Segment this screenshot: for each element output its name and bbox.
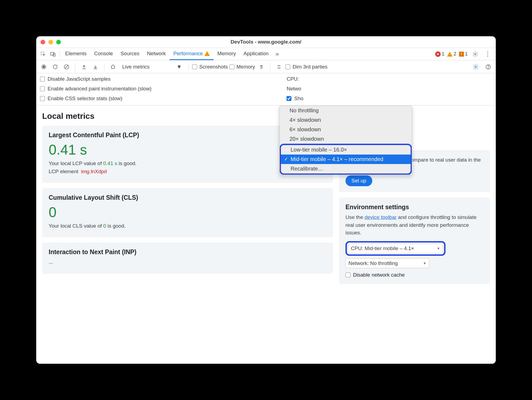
env-text-pre: Use the — [345, 214, 365, 220]
kebab-menu-icon[interactable]: ⋮ — [483, 48, 493, 60]
warning-count-value: 2 — [454, 51, 456, 57]
css-stats-label: Enable CSS selector stats (slow) — [48, 96, 122, 101]
cpu-select-highlight: CPU: Mid-tier mobile – 4.1× ▼ — [345, 241, 445, 256]
dd-20x-slowdown[interactable]: 20× slowdown — [280, 134, 412, 144]
network-select-wrap: Network: No throttling ▼ — [345, 258, 429, 268]
network-select-value: Network: No throttling — [348, 260, 398, 266]
memory-input[interactable] — [230, 64, 234, 69]
close-window-button[interactable] — [41, 40, 45, 44]
lcp-desc-value: 0.41 s — [103, 160, 117, 166]
show-option-checkbox[interactable]: Sho — [287, 96, 303, 101]
svg-point-5 — [43, 66, 45, 68]
svg-point-3 — [474, 53, 476, 55]
cls-card: Cumulative Layout Shift (CLS) 0 Your loc… — [42, 188, 333, 237]
tab-label: Console — [94, 51, 113, 57]
show-input[interactable] — [287, 96, 291, 101]
cls-desc-pre: Your local CLS value of — [49, 223, 103, 229]
traffic-lights — [41, 40, 61, 44]
dd-low-tier-mobile[interactable]: Low-tier mobile – 16.0× — [281, 145, 411, 155]
cpu-label: CPU: — [287, 76, 299, 82]
environment-settings-card: Environment settings Use the device tool… — [339, 198, 490, 284]
dd-no-throttling[interactable]: No throttling — [280, 106, 412, 115]
issue-count[interactable]: ! 1 — [459, 51, 468, 57]
maximize-window-button[interactable] — [56, 40, 61, 44]
shortcuts-icon[interactable] — [274, 60, 284, 73]
tab-performance[interactable]: Performance — [169, 48, 214, 60]
disable-js-input[interactable] — [40, 77, 45, 81]
tab-sources[interactable]: Sources — [117, 48, 143, 60]
dd-recalibrate[interactable]: Recalibrate… — [281, 164, 411, 173]
warning-count[interactable]: 2 — [447, 51, 456, 57]
css-stats-input[interactable] — [40, 96, 45, 101]
advanced-paint-checkbox[interactable]: Enable advanced paint instrumentation (s… — [40, 86, 151, 92]
cpu-throttling-select[interactable]: CPU: Mid-tier mobile – 4.1× ▼ — [348, 244, 443, 253]
warning-icon — [204, 51, 210, 56]
tab-console[interactable]: Console — [90, 48, 117, 60]
screenshots-checkbox[interactable]: Screenshots — [192, 64, 228, 70]
adv-paint-label: Enable advanced paint instrumentation (s… — [48, 86, 151, 92]
cls-desc-value: 0 — [103, 223, 106, 229]
separator — [59, 50, 60, 58]
tab-application[interactable]: Application — [240, 48, 272, 60]
cls-desc: Your local CLS value of 0 is good. — [49, 223, 327, 229]
tab-memory[interactable]: Memory — [214, 48, 240, 60]
env-text: Use the device toolbar and configure thr… — [345, 214, 483, 237]
svg-line-7 — [65, 65, 68, 68]
dd-mid-tier-mobile[interactable]: Mid-tier mobile – 4.1× – recommended — [281, 155, 411, 164]
disable-cache-input[interactable] — [345, 273, 350, 277]
separator — [104, 63, 104, 71]
cpu-throttle-row: CPU: — [287, 76, 303, 82]
clear-icon[interactable] — [62, 60, 71, 73]
cls-value: 0 — [49, 204, 327, 220]
disable-network-cache-checkbox[interactable]: Disable network cache — [345, 272, 483, 278]
lcp-element-label: LCP element — [49, 169, 78, 174]
tab-label: Memory — [217, 51, 236, 57]
inspect-element-icon[interactable] — [38, 48, 48, 60]
network-throttle-row: Netwo — [287, 86, 303, 92]
capture-settings-gear-icon[interactable] — [471, 64, 481, 70]
help-icon[interactable] — [483, 64, 493, 70]
tab-label: Performance — [173, 51, 203, 57]
window-title: DevTools - www.google.com/ — [36, 39, 496, 45]
tab-label: Application — [244, 51, 269, 57]
tab-network[interactable]: Network — [143, 48, 170, 60]
home-icon[interactable] — [108, 60, 118, 73]
disable-js-samples-checkbox[interactable]: Disable JavaScript samples — [40, 76, 151, 82]
history-select[interactable]: Live metrics ▼ — [119, 64, 184, 70]
history-select-label: Live metrics — [122, 64, 149, 70]
download-profile-icon[interactable] — [91, 60, 100, 73]
record-button-icon[interactable] — [39, 60, 49, 73]
tab-label: Elements — [65, 51, 87, 57]
tab-label: Sources — [121, 51, 139, 57]
lcp-element-value[interactable]: img.lnXdpd — [81, 169, 107, 174]
devtools-window: DevTools - www.google.com/ Elements Cons… — [36, 36, 496, 364]
error-icon: ✕ — [435, 51, 441, 57]
css-selector-stats-checkbox[interactable]: Enable CSS selector stats (slow) — [40, 96, 151, 101]
cls-desc-post: is good. — [106, 223, 126, 229]
minimize-window-button[interactable] — [48, 40, 53, 44]
reload-record-icon[interactable] — [50, 60, 60, 73]
lcp-desc-post: is good. — [117, 160, 137, 166]
tab-elements[interactable]: Elements — [61, 48, 90, 60]
device-toolbar-link[interactable]: device toolbar — [365, 214, 397, 220]
inp-card: Interaction to Next Paint (INP) – — [42, 242, 333, 274]
dim-3rd-input[interactable] — [285, 64, 290, 69]
memory-checkbox[interactable]: Memory — [230, 64, 255, 70]
upload-profile-icon[interactable] — [79, 60, 89, 73]
cls-title: Cumulative Layout Shift (CLS) — [49, 194, 327, 201]
screenshots-input[interactable] — [192, 64, 197, 69]
dim-3rd-parties-checkbox[interactable]: Dim 3rd parties — [285, 64, 327, 70]
gc-icon[interactable] — [257, 60, 266, 73]
svg-rect-1 — [51, 52, 54, 55]
network-throttling-select[interactable]: Network: No throttling ▼ — [345, 258, 429, 268]
error-count[interactable]: ✕ 1 — [435, 51, 444, 57]
perf-toolbar: Live metrics ▼ Screenshots Memory Dim 3r… — [36, 60, 496, 73]
dd-6x-slowdown[interactable]: 6× slowdown — [280, 125, 412, 134]
setup-button[interactable]: Set up — [345, 175, 372, 186]
settings-gear-icon[interactable] — [470, 48, 480, 60]
more-tabs-icon[interactable]: » — [272, 48, 282, 60]
adv-paint-input[interactable] — [40, 86, 45, 91]
inp-value: – — [49, 258, 327, 268]
device-toolbar-icon[interactable] — [48, 48, 58, 60]
dd-4x-slowdown[interactable]: 4× slowdown — [280, 115, 412, 125]
